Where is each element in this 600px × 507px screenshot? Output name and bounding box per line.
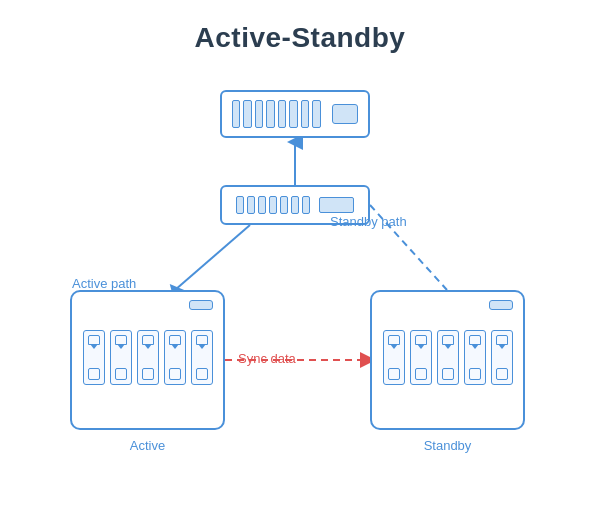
port-sm <box>247 196 255 214</box>
port <box>266 100 274 128</box>
diagram: Active-Standby <box>0 0 600 507</box>
drive-bottom <box>88 368 100 380</box>
port <box>255 100 263 128</box>
port <box>289 100 297 128</box>
drive-bottom <box>388 368 400 380</box>
port-side <box>332 104 358 124</box>
nas-indicator <box>189 300 213 310</box>
drive-slot <box>110 330 132 385</box>
drive-top <box>415 335 427 345</box>
drive-top <box>469 335 481 345</box>
label-standby-path: Standby path <box>330 214 407 229</box>
port-sm <box>236 196 244 214</box>
drive-slot <box>410 330 432 385</box>
drive-top <box>196 335 208 345</box>
drive-top <box>142 335 154 345</box>
drive-bottom <box>196 368 208 380</box>
drive-slot <box>137 330 159 385</box>
drive-top <box>388 335 400 345</box>
port-sm <box>302 196 310 214</box>
drive-bottom <box>496 368 508 380</box>
port-sm <box>291 196 299 214</box>
svg-line-1 <box>175 225 250 290</box>
drive-top <box>88 335 100 345</box>
label-sync-data: Sync data <box>238 351 296 366</box>
nas-active <box>70 290 225 430</box>
nas-indicator <box>489 300 513 310</box>
drive-slot <box>437 330 459 385</box>
switch-top <box>220 90 370 138</box>
page-title: Active-Standby <box>0 0 600 54</box>
port-sm <box>258 196 266 214</box>
drive-top <box>169 335 181 345</box>
port <box>243 100 251 128</box>
port-rect <box>319 197 354 213</box>
drive-bottom <box>415 368 427 380</box>
drive-slot <box>83 330 105 385</box>
drive-slot <box>491 330 513 385</box>
port <box>232 100 240 128</box>
port <box>312 100 320 128</box>
drive-bottom <box>142 368 154 380</box>
drive-bottom <box>115 368 127 380</box>
port <box>301 100 309 128</box>
drive-slot <box>164 330 186 385</box>
drive-top <box>115 335 127 345</box>
label-active: Active <box>70 438 225 453</box>
label-active-path: Active path <box>72 276 136 291</box>
drive-slot <box>464 330 486 385</box>
label-standby: Standby <box>370 438 525 453</box>
port-sm <box>280 196 288 214</box>
drive-slot <box>191 330 213 385</box>
drive-bottom <box>169 368 181 380</box>
drive-bottom <box>442 368 454 380</box>
nas-standby <box>370 290 525 430</box>
drive-bottom <box>469 368 481 380</box>
port-sm <box>269 196 277 214</box>
port <box>278 100 286 128</box>
drive-top <box>496 335 508 345</box>
drive-top <box>442 335 454 345</box>
drive-slot <box>383 330 405 385</box>
